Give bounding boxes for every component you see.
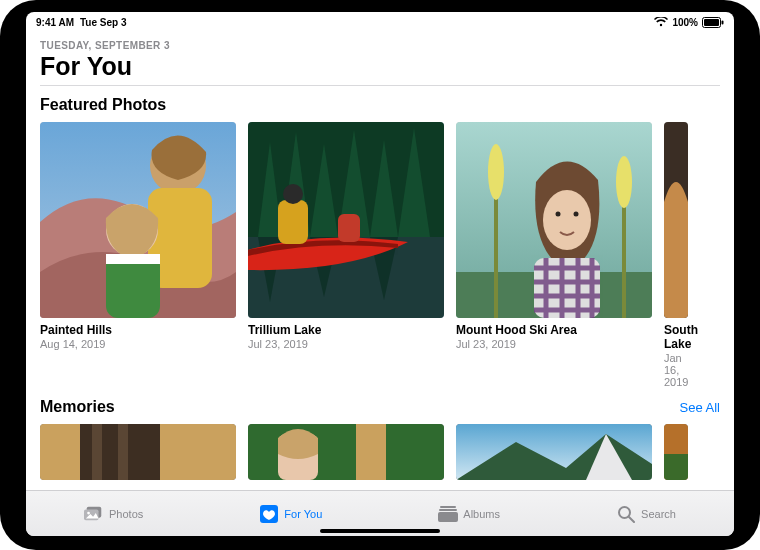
card-title: South Lake (664, 323, 688, 351)
memory-thumbnail[interactable] (456, 424, 652, 480)
card-title: Trillium Lake (248, 323, 444, 337)
tab-label: For You (284, 508, 322, 520)
svg-rect-36 (92, 424, 102, 480)
card-subtitle: Jul 23, 2019 (248, 338, 444, 350)
photo-thumbnail[interactable] (456, 122, 652, 318)
tab-albums[interactable]: Albums (438, 506, 500, 522)
featured-section-title: Featured Photos (40, 96, 166, 114)
wifi-icon (654, 17, 668, 27)
tab-label: Albums (463, 508, 500, 520)
featured-card[interactable]: South Lake Jan 16, 2019 (664, 122, 688, 388)
svg-rect-37 (118, 424, 128, 480)
memories-scroll[interactable] (40, 424, 720, 480)
svg-rect-1 (704, 19, 719, 26)
tab-bar: Photos For You Albums Search (26, 490, 734, 536)
status-time: 9:41 AM (36, 17, 74, 28)
albums-icon (438, 506, 458, 522)
featured-card[interactable]: Painted Hills Aug 14, 2019 (40, 122, 236, 388)
svg-rect-8 (106, 254, 160, 264)
svg-point-13 (283, 184, 303, 204)
svg-rect-14 (338, 214, 360, 242)
status-bar: 9:41 AM Tue Sep 3 100% (26, 12, 734, 32)
card-subtitle: Aug 14, 2019 (40, 338, 236, 350)
svg-point-46 (87, 511, 90, 514)
svg-line-52 (629, 517, 634, 522)
tab-for-you[interactable]: For You (259, 506, 322, 522)
photo-thumbnail[interactable] (40, 122, 236, 318)
svg-rect-48 (440, 506, 456, 508)
memories-section-title: Memories (40, 398, 115, 416)
svg-point-22 (556, 212, 561, 217)
svg-rect-50 (438, 512, 458, 522)
featured-scroll[interactable]: Painted Hills Aug 14, 2019 (40, 122, 720, 388)
tab-label: Search (641, 508, 676, 520)
battery-icon (702, 17, 724, 28)
for-you-icon (259, 506, 279, 522)
svg-rect-38 (248, 424, 444, 480)
card-title: Mount Hood Ski Area (456, 323, 652, 337)
svg-point-19 (488, 144, 504, 200)
memory-thumbnail[interactable] (40, 424, 236, 480)
tab-label: Photos (109, 508, 143, 520)
status-date: Tue Sep 3 (80, 17, 127, 28)
svg-rect-49 (439, 509, 457, 511)
header-date: TUESDAY, SEPTEMBER 3 (40, 40, 720, 51)
memory-thumbnail[interactable] (664, 424, 688, 480)
card-subtitle: Jul 23, 2019 (456, 338, 652, 350)
card-subtitle: Jan 16, 2019 (664, 352, 688, 388)
svg-point-23 (574, 212, 579, 217)
svg-rect-40 (356, 424, 386, 480)
tab-search[interactable]: Search (616, 506, 676, 522)
page-title: For You (40, 52, 720, 81)
see-all-button[interactable]: See All (680, 400, 720, 415)
svg-rect-12 (278, 200, 308, 244)
search-icon (616, 506, 636, 522)
svg-rect-43 (664, 454, 688, 480)
photo-thumbnail[interactable] (248, 122, 444, 318)
photo-thumbnail[interactable] (664, 122, 688, 318)
memory-thumbnail[interactable] (248, 424, 444, 480)
photos-icon (84, 506, 104, 522)
svg-rect-2 (722, 20, 724, 24)
card-title: Painted Hills (40, 323, 236, 337)
svg-point-20 (616, 156, 632, 208)
tab-photos[interactable]: Photos (84, 506, 143, 522)
featured-card[interactable]: Mount Hood Ski Area Jul 23, 2019 (456, 122, 652, 388)
svg-point-21 (543, 190, 591, 250)
divider (40, 85, 720, 86)
battery-text: 100% (672, 17, 698, 28)
featured-card[interactable]: Trillium Lake Jul 23, 2019 (248, 122, 444, 388)
home-indicator[interactable] (320, 529, 440, 533)
